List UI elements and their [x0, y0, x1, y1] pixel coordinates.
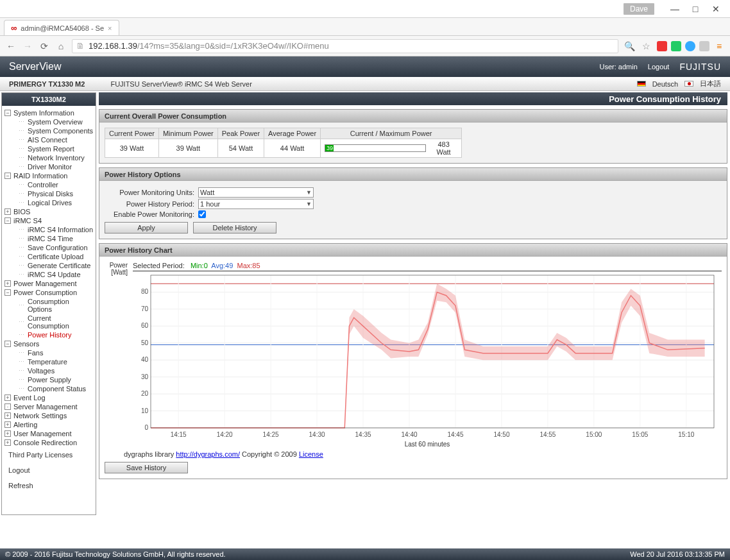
plus-icon[interactable]: +	[4, 280, 11, 287]
power-bar-fill: 39	[325, 145, 333, 151]
server-line: FUJITSU ServerView® iRMC S4 Web Server	[110, 80, 251, 88]
sidebar-item[interactable]: ⋯Certificate Upload	[3, 252, 94, 261]
menu-icon[interactable]: ≡	[713, 40, 725, 52]
svg-text:14:50: 14:50	[493, 431, 509, 438]
nav-label: User Management	[13, 430, 72, 437]
sidebar-item[interactable]: ⋯Power Supply	[3, 375, 94, 384]
chevron-down-icon: ▼	[306, 201, 312, 207]
svg-text:60: 60	[141, 322, 149, 329]
sidebar-item[interactable]: ⋯Component Status	[3, 384, 94, 393]
sidebar-item[interactable]: ⋯Physical Disks	[3, 189, 94, 198]
dash-icon[interactable]: ·	[4, 403, 11, 410]
ext-skype-icon[interactable]	[685, 41, 695, 51]
tree-line-icon: ⋯	[19, 146, 24, 152]
sidebar-item[interactable]: ⋯System Components	[3, 126, 94, 135]
sidebar-item[interactable]: ⋯Generate Certificate	[3, 261, 94, 270]
sidebar-footer-link[interactable]: Third Party Licenses	[3, 447, 94, 462]
delete-history-button[interactable]: Delete History	[193, 222, 276, 233]
sidebar-group[interactable]: −iRMC S4	[3, 216, 94, 225]
sidebar-item[interactable]: ⋯Fans	[3, 348, 94, 357]
ext-grey-icon[interactable]	[699, 41, 709, 51]
plus-icon[interactable]: +	[4, 430, 11, 437]
sidebar-group[interactable]: +Console Redirection	[3, 438, 94, 447]
forward-button[interactable]: →	[22, 40, 33, 52]
browser-tab[interactable]: ∞ admin@iRMCA54068 - Se ×	[4, 20, 119, 35]
plus-icon[interactable]: +	[4, 395, 11, 401]
sidebar-group[interactable]: −RAID Information	[3, 171, 94, 180]
back-button[interactable]: ←	[5, 40, 17, 52]
home-button[interactable]: ⌂	[55, 40, 67, 52]
sidebar-group[interactable]: −Power Consumption	[3, 288, 94, 297]
nav-label: Console Redirection	[13, 439, 77, 446]
chart-credits: dygraphs library http://dygraphs.com/ Co…	[105, 448, 722, 458]
sidebar-item[interactable]: ⋯Save Configuration	[3, 243, 94, 252]
minus-icon[interactable]: −	[4, 341, 11, 347]
address-bar[interactable]: 🗎 192.168.1.39/14?ms=35&lang=0&sid=/1xR3…	[72, 39, 618, 53]
minus-icon[interactable]: −	[4, 173, 11, 179]
save-history-button[interactable]: Save History	[105, 462, 188, 473]
sidebar-item[interactable]: ⋯Temperature	[3, 357, 94, 366]
sidebar-group[interactable]: +Power Management	[3, 279, 94, 288]
lang-de-link[interactable]: Deutsch	[652, 80, 678, 88]
sidebar-item[interactable]: ⋯Driver Monitor	[3, 162, 94, 171]
sidebar-item[interactable]: ⋯Logical Drives	[3, 198, 94, 207]
sidebar-item[interactable]: ⋯Power History	[3, 330, 94, 339]
app-header: ServerView User: admin Logout FUJITSU	[0, 56, 730, 77]
sidebar-item[interactable]: ⋯iRMC S4 Update	[3, 270, 94, 279]
sidebar-group[interactable]: +User Management	[3, 429, 94, 438]
nav-label: AIS Connect	[28, 136, 67, 144]
plus-icon[interactable]: +	[4, 208, 11, 215]
sidebar-footer-link[interactable]: Refresh	[3, 478, 94, 493]
sidebar-group[interactable]: −Sensors	[3, 339, 94, 348]
power-table: Current Power Minimum Power Peak Power A…	[105, 128, 462, 158]
plus-icon[interactable]: +	[4, 421, 11, 428]
window-maximize-button[interactable]: □	[685, 3, 706, 15]
license-link[interactable]: License	[299, 450, 323, 458]
sidebar-item[interactable]: ⋯System Report	[3, 144, 94, 153]
reload-button[interactable]: ⟳	[38, 40, 50, 52]
plus-icon[interactable]: +	[4, 439, 11, 446]
sidebar-item[interactable]: ⋯Controller	[3, 180, 94, 189]
sidebar-item[interactable]: ⋯Voltages	[3, 366, 94, 375]
ext-red-icon[interactable]	[657, 41, 667, 51]
sidebar-group[interactable]: −System Information	[3, 108, 94, 117]
logout-link[interactable]: Logout	[648, 63, 670, 71]
bookmark-icon[interactable]: ☆	[640, 40, 652, 52]
minus-icon[interactable]: −	[4, 289, 11, 296]
enable-monitoring-checkbox[interactable]	[198, 210, 206, 218]
sidebar-group[interactable]: +BIOS	[3, 207, 94, 216]
sidebar-group[interactable]: ·Server Management	[3, 402, 94, 411]
lang-jp-link[interactable]: 日本語	[700, 79, 721, 89]
sidebar-item[interactable]: ⋯iRMC S4 Time	[3, 234, 94, 243]
sidebar-item[interactable]: ⋯Current Consumption	[3, 314, 94, 330]
sidebar-group[interactable]: +Event Log	[3, 393, 94, 402]
sidebar-item[interactable]: ⋯Network Inventory	[3, 153, 94, 162]
ext-green-icon[interactable]	[671, 41, 681, 51]
browser-tab-strip: ∞ admin@iRMCA54068 - Se ×	[0, 18, 730, 36]
nav-label: Component Status	[28, 385, 86, 393]
zoom-icon[interactable]: 🔍	[624, 40, 635, 52]
sidebar-item[interactable]: ⋯iRMC S4 Information	[3, 225, 94, 234]
tab-close-icon[interactable]: ×	[108, 24, 112, 32]
minus-icon[interactable]: −	[4, 110, 11, 116]
sidebar-item[interactable]: ⋯Consumption Options	[3, 297, 94, 314]
window-close-button[interactable]: ✕	[706, 3, 726, 15]
minus-icon[interactable]: −	[4, 217, 11, 224]
sidebar-group[interactable]: +Network Settings	[3, 411, 94, 420]
sidebar-footer-link[interactable]: Logout	[3, 462, 94, 478]
svg-text:50: 50	[141, 339, 149, 346]
nav-label: Server Management	[13, 403, 78, 411]
sidebar-item[interactable]: ⋯System Overview	[3, 117, 94, 126]
apply-button[interactable]: Apply	[105, 222, 188, 233]
chart-min: Min:0	[191, 262, 208, 269]
tree-line-icon: ⋯	[19, 271, 24, 278]
sidebar-group[interactable]: +Alerting	[3, 420, 94, 429]
dygraphs-link[interactable]: http://dygraphs.com/	[176, 450, 240, 458]
nav-label: Logical Drives	[28, 199, 72, 207]
window-minimize-button[interactable]: —	[665, 3, 685, 15]
nav-label: Network Settings	[13, 412, 67, 420]
plus-icon[interactable]: +	[4, 412, 11, 419]
period-select[interactable]: 1 hour▼	[198, 199, 314, 209]
units-select[interactable]: Watt▼	[198, 187, 314, 198]
sidebar-item[interactable]: ⋯AIS Connect	[3, 135, 94, 144]
